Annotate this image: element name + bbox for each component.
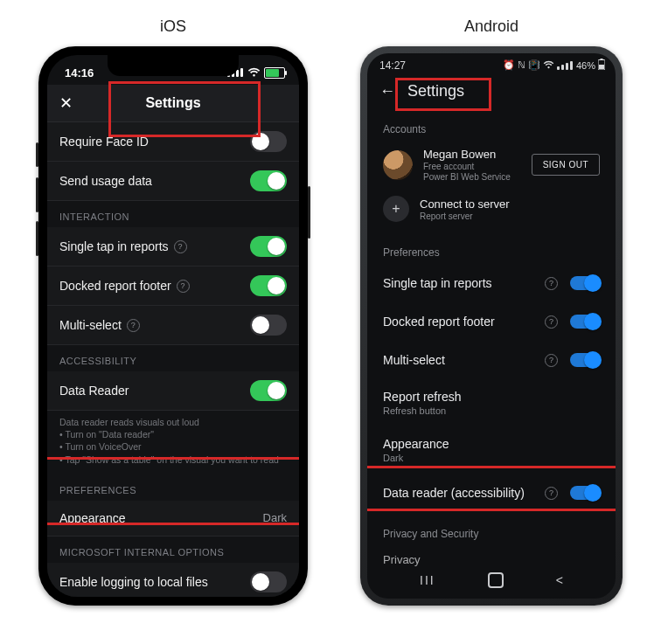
data-reader-label: Data Reader xyxy=(59,384,129,398)
page-title: Settings xyxy=(407,82,464,100)
help-icon[interactable]: ? xyxy=(545,315,558,329)
battery-icon xyxy=(598,59,605,72)
connect-sub: Report server xyxy=(420,211,510,221)
section-interaction: INTERACTION xyxy=(47,201,299,227)
row-appearance[interactable]: Appearance Dark xyxy=(367,426,616,474)
battery-icon xyxy=(264,67,285,79)
android-column: Android 14:27 ⏰ ℕ 📳 xyxy=(360,17,623,606)
toggle-require-face-id[interactable] xyxy=(250,131,287,152)
row-report-refresh[interactable]: Report refresh Refresh button xyxy=(367,379,616,426)
section-preferences: Preferences xyxy=(367,229,616,264)
android-nav-bar: III < xyxy=(367,567,616,593)
section-preferences: PREFERENCES xyxy=(47,474,299,501)
toggle-data-reader[interactable] xyxy=(250,380,287,401)
help-icon[interactable]: ? xyxy=(545,487,558,500)
row-data-reader[interactable]: Data Reader xyxy=(47,371,299,411)
appearance-label: Appearance xyxy=(59,511,126,525)
refresh-sub: Refresh button xyxy=(383,405,461,416)
svg-rect-1 xyxy=(601,59,603,60)
appearance-label: Appearance xyxy=(383,437,449,451)
account-name: Megan Bowen xyxy=(423,148,521,161)
multi-select-label: Multi-select xyxy=(59,318,122,332)
alarm-icon: ⏰ xyxy=(503,59,515,71)
row-multi-select[interactable]: Multi-select ? xyxy=(367,341,616,379)
row-require-face-id[interactable]: Require Face ID xyxy=(47,122,299,162)
mute-switch xyxy=(36,142,38,167)
android-status-bar: 14:27 ⏰ ℕ 📳 4 xyxy=(367,53,616,73)
connect-server-row[interactable]: + Connect to server Report server xyxy=(367,189,616,229)
home-button[interactable] xyxy=(488,572,504,588)
row-enable-logging[interactable]: Enable logging to local files xyxy=(47,563,299,597)
send-usage-label: Send usage data xyxy=(59,174,152,188)
account-service: Power BI Web Service xyxy=(423,172,521,182)
vibrate-icon: 📳 xyxy=(528,59,540,71)
notch xyxy=(108,55,239,76)
android-frame: 14:27 ⏰ ℕ 📳 4 xyxy=(360,46,623,606)
toggle-multi-select[interactable] xyxy=(570,353,600,367)
avatar xyxy=(383,150,413,180)
appearance-value: Dark xyxy=(263,511,287,524)
hint-line-3: • Tap "Show as a table" on the visual yo… xyxy=(59,454,287,466)
row-single-tap[interactable]: Single tap in reports ? xyxy=(367,264,616,302)
row-single-tap[interactable]: Single tap in reports ? xyxy=(47,227,299,267)
privacy-label: Privacy xyxy=(383,553,421,566)
hint-intro: Data reader reads visuals out loud xyxy=(59,416,287,428)
close-icon[interactable]: ✕ xyxy=(59,93,73,113)
section-accounts: Accounts xyxy=(367,111,616,141)
help-icon[interactable]: ? xyxy=(545,277,558,290)
row-docked-footer[interactable]: Docked report footer ? xyxy=(367,302,616,341)
section-ms-internal: MICROSOFT INTERNAL OPTIONS xyxy=(47,537,299,563)
ios-platform-label: iOS xyxy=(160,17,186,36)
help-icon[interactable]: ? xyxy=(174,240,187,253)
back-button[interactable]: < xyxy=(556,573,563,587)
hint-line-2: • Turn on VoiceOver xyxy=(59,440,287,453)
toggle-docked-footer[interactable] xyxy=(570,315,600,329)
connect-label: Connect to server xyxy=(420,197,510,211)
row-send-usage[interactable]: Send usage data xyxy=(47,162,299,201)
toggle-multi-select[interactable] xyxy=(250,315,287,336)
cellular-signal-icon xyxy=(557,61,574,70)
data-reader-label: Data reader (accessibility) xyxy=(383,486,525,500)
enable-logging-label: Enable logging to local files xyxy=(59,575,208,589)
toggle-data-reader[interactable] xyxy=(570,486,600,500)
hint-line-1: • Turn on "Data reader" xyxy=(59,428,287,440)
row-data-reader[interactable]: Data reader (accessibility) ? xyxy=(367,474,616,512)
toggle-enable-logging[interactable] xyxy=(250,571,287,592)
status-time: 14:27 xyxy=(379,59,406,72)
settings-header: ← Settings xyxy=(367,73,616,111)
iphone-frame: 14:16 xyxy=(38,46,308,606)
help-icon[interactable]: ? xyxy=(127,319,140,332)
docked-footer-label: Docked report footer xyxy=(59,279,171,293)
svg-rect-2 xyxy=(599,65,604,69)
plus-icon: + xyxy=(383,196,409,222)
multi-select-label: Multi-select xyxy=(383,353,445,367)
page-title: Settings xyxy=(145,95,200,111)
volume-down-button xyxy=(36,221,38,256)
require-face-id-label: Require Face ID xyxy=(59,135,149,149)
refresh-label: Report refresh xyxy=(383,390,461,404)
appearance-value: Dark xyxy=(383,453,449,463)
toggle-docked-footer[interactable] xyxy=(250,275,287,296)
row-multi-select[interactable]: Multi-select ? xyxy=(47,306,299,345)
recents-button[interactable]: III xyxy=(420,573,435,587)
android-screen: 14:27 ⏰ ℕ 📳 4 xyxy=(367,53,616,599)
power-button xyxy=(308,186,310,239)
back-icon[interactable]: ← xyxy=(379,82,395,100)
row-appearance[interactable]: Appearance Dark xyxy=(47,501,299,537)
help-icon[interactable]: ? xyxy=(545,354,558,367)
sign-out-button[interactable]: SIGN OUT xyxy=(532,154,600,176)
data-reader-hint: Data reader reads visuals out loud • Tur… xyxy=(47,411,299,474)
account-row[interactable]: Megan Bowen Free account Power BI Web Se… xyxy=(367,141,616,189)
toggle-single-tap[interactable] xyxy=(250,236,287,257)
settings-header: ✕ Settings xyxy=(47,85,299,122)
settings-list[interactable]: Require Face ID Send usage data INTERACT… xyxy=(47,122,299,597)
toggle-single-tap[interactable] xyxy=(570,276,600,290)
single-tap-label: Single tap in reports xyxy=(383,276,492,290)
battery-pct: 46% xyxy=(576,60,595,71)
row-docked-footer[interactable]: Docked report footer ? xyxy=(47,267,299,306)
help-icon[interactable]: ? xyxy=(177,280,190,293)
iphone-screen: 14:16 xyxy=(47,55,299,597)
status-time: 14:16 xyxy=(65,66,94,80)
toggle-send-usage[interactable] xyxy=(250,170,287,191)
comparison-container: iOS 14:16 xyxy=(17,17,644,606)
